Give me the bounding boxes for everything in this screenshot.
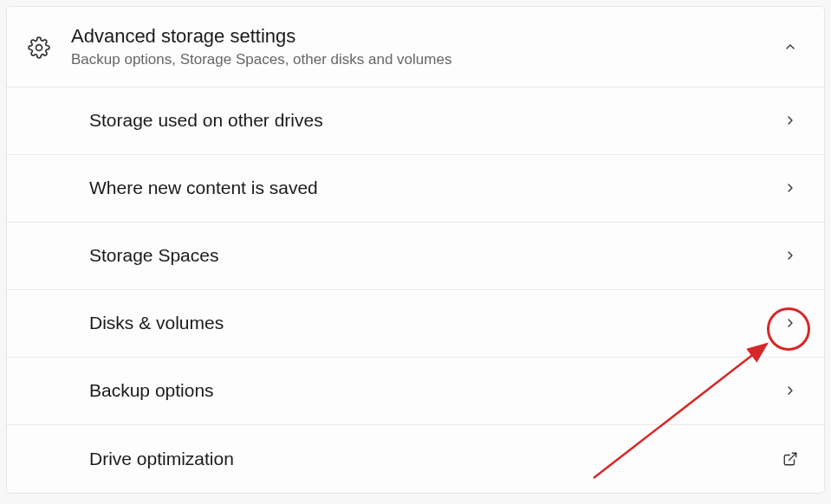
item-disks-volumes[interactable]: Disks & volumes [7,290,824,358]
svg-line-1 [789,453,796,460]
advanced-storage-header[interactable]: Advanced storage settings Backup options… [7,7,824,87]
chevron-right-icon [777,113,803,127]
chevron-right-icon [777,384,803,397]
svg-point-0 [36,44,42,50]
item-label: Where new content is saved [89,178,777,198]
item-storage-used-other-drives[interactable]: Storage used on other drives [7,87,824,155]
item-label: Storage used on other drives [89,110,777,131]
advanced-storage-panel: Advanced storage settings Backup options… [6,6,825,494]
item-where-new-content-saved[interactable]: Where new content is saved [7,155,824,223]
gear-icon [28,35,71,59]
chevron-right-icon [777,249,803,262]
item-drive-optimization[interactable]: Drive optimization [7,425,824,493]
item-storage-spaces[interactable]: Storage Spaces [7,223,824,290]
item-label: Disks & volumes [89,313,777,333]
item-backup-options[interactable]: Backup options [7,358,824,425]
item-label: Backup options [89,380,777,401]
chevron-right-icon [777,316,803,330]
header-subtitle: Backup options, Storage Spaces, other di… [71,50,777,69]
header-text-block: Advanced storage settings Backup options… [71,24,777,69]
external-link-icon [777,451,803,467]
chevron-right-icon [777,181,803,195]
item-label: Drive optimization [89,449,777,469]
item-label: Storage Spaces [89,245,777,266]
header-title: Advanced storage settings [71,24,777,49]
chevron-up-icon [777,40,803,54]
